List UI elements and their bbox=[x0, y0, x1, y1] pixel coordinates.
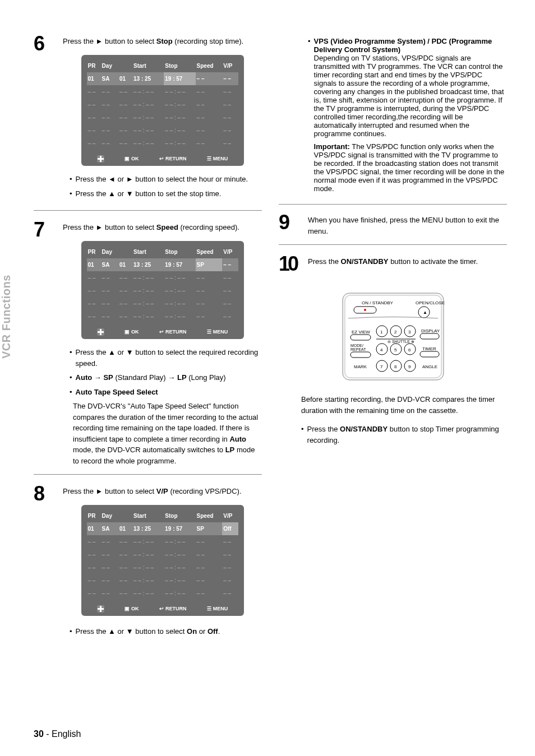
page-footer: 30 - English bbox=[34, 729, 81, 739]
footer-menu: ☰ MENU bbox=[207, 155, 228, 163]
cell: 01 bbox=[118, 72, 132, 85]
step-number: 6 bbox=[34, 34, 56, 202]
label-mark: MARK bbox=[354, 364, 367, 369]
osd-row: – –– –– –– – : – –– – : – –– –– – bbox=[87, 85, 238, 98]
vps-pdc-block: VPS (Video Programme System) / PDC (Prog… bbox=[279, 37, 507, 205]
osd-row-selected: 01SA0113 : 2519 : 57SP– – bbox=[87, 258, 238, 271]
text: Press the bbox=[63, 487, 96, 495]
label-mode: MODE/ bbox=[350, 344, 363, 347]
svg-point-3 bbox=[364, 309, 366, 311]
right-column: VPS (Video Programme System) / PDC (Prog… bbox=[279, 34, 507, 650]
bold-stop: Stop bbox=[156, 37, 173, 45]
osd-header bbox=[118, 59, 132, 72]
text: Press the ▲ or ▼ button to select On or … bbox=[76, 626, 220, 637]
text: button to activate the timer. bbox=[389, 257, 478, 266]
osd-row: – –– –– –– – : – –– – : – –– –– – bbox=[87, 137, 238, 150]
footer-ok: ▣ OK bbox=[124, 155, 139, 163]
svg-text:6: 6 bbox=[408, 347, 411, 353]
step-number: 7 bbox=[34, 220, 56, 466]
bullet-icon bbox=[70, 372, 72, 383]
cell-highlight: 19 : 57 bbox=[164, 72, 195, 85]
right-icon: ► bbox=[96, 37, 103, 45]
osd-panel-stop: PR Day Start Stop Speed V/P 01 SA bbox=[81, 55, 244, 166]
cell: – – bbox=[222, 72, 238, 85]
bullet-icon bbox=[70, 626, 72, 637]
text: When you have finished, press the MENU b… bbox=[308, 212, 507, 236]
step-7: 7 Press the ► button to select Speed (re… bbox=[34, 220, 262, 475]
cell: 01 bbox=[87, 72, 101, 85]
bullet-icon bbox=[70, 347, 72, 369]
step-6: 6 Press the ► button to select Stop (rec… bbox=[34, 34, 262, 211]
text: Auto → SP (Standard Play) → LP (Long Pla… bbox=[76, 372, 226, 383]
text: Press the ▲ or ▼ button to set the stop … bbox=[76, 188, 222, 200]
section-tab: VCR Functions bbox=[0, 275, 13, 359]
text: Press the ▲ or ▼ button to select the re… bbox=[76, 347, 262, 369]
step-8: 8 Press the ► button to select V/P (reco… bbox=[34, 484, 262, 641]
bullet-icon bbox=[308, 37, 311, 193]
joystick-icon bbox=[97, 605, 104, 613]
osd-header: Day bbox=[101, 59, 118, 72]
bold-speed: Speed bbox=[156, 223, 178, 231]
step-9: 9 When you have finished, press the MENU… bbox=[279, 212, 507, 245]
text: (recording VPS/PDC). bbox=[168, 487, 242, 495]
text: (recording speed). bbox=[178, 223, 239, 231]
osd-row: – –– –– –– – : – –– – : – –– –– – bbox=[87, 124, 238, 137]
bullet-icon bbox=[301, 424, 304, 446]
osd-header: PR bbox=[87, 59, 101, 72]
svg-text:▲: ▲ bbox=[423, 310, 427, 315]
svg-text:7: 7 bbox=[380, 364, 383, 369]
osd-header: Stop bbox=[164, 59, 195, 72]
vps-pdc-body: Depending on TV stations, VPS/PDC signal… bbox=[314, 54, 504, 138]
vps-pdc-heading: VPS (Video Programme System) / PDC (Prog… bbox=[314, 37, 492, 54]
osd-panel-speed: PRDayStartStopSpeedV/P 01SA0113 : 2519 :… bbox=[81, 241, 244, 340]
svg-text:8: 8 bbox=[394, 364, 397, 369]
text: button to select bbox=[103, 223, 156, 231]
osd-header: V/P bbox=[222, 59, 238, 72]
joystick-icon bbox=[97, 155, 104, 163]
step-number: 10 bbox=[279, 254, 301, 274]
svg-text:5: 5 bbox=[394, 347, 397, 353]
joystick-icon bbox=[97, 328, 104, 336]
label-angle: ANGLE bbox=[422, 364, 437, 369]
text: Press the ON/STANDBY button to stop Time… bbox=[307, 424, 507, 446]
cell: SA bbox=[101, 72, 118, 85]
text: Press the bbox=[63, 223, 96, 231]
label-ezview: EZ VIEW bbox=[352, 330, 370, 335]
bullet-icon bbox=[70, 174, 72, 185]
remote-illustration: ON / STANDBY OPEN/CLOSE ▲ 1 2 3 EZ VIEW … bbox=[331, 287, 455, 383]
osd-row-selected: 01SA0113 : 2519 : 57SPOff bbox=[87, 522, 238, 535]
text: (recording stop time). bbox=[173, 37, 243, 45]
label-openclose: OPEN/CLOSE bbox=[416, 300, 445, 305]
step-number: 9 bbox=[279, 212, 301, 236]
svg-text:3: 3 bbox=[408, 330, 411, 335]
label-timer: TIMER bbox=[422, 346, 436, 351]
svg-text:9: 9 bbox=[408, 364, 411, 369]
auto-tape-desc: The DVD-VCR's "Auto Tape Speed Select" f… bbox=[63, 401, 262, 466]
label-display: DISPLAY bbox=[421, 328, 440, 333]
osd-header: Speed bbox=[196, 59, 223, 72]
svg-text:4: 4 bbox=[380, 347, 383, 353]
right-icon: ► bbox=[96, 487, 103, 495]
text: Press the ◄ or ► button to select the ho… bbox=[76, 174, 248, 185]
osd-row: – –– –– –– – : – –– – : – –– –– – bbox=[87, 111, 238, 124]
label-standby: ON / STANDBY bbox=[362, 300, 394, 305]
text: Auto Tape Speed Select bbox=[76, 387, 158, 398]
text: Press the bbox=[308, 257, 341, 266]
step-10: 10 Press the ON/STANDBY button to activa… bbox=[279, 254, 507, 280]
right-icon: ► bbox=[96, 223, 103, 231]
osd-panel-vp: PRDayStartStopSpeedV/P 01SA0113 : 2519 :… bbox=[81, 505, 244, 616]
text: button to select bbox=[103, 37, 156, 45]
text: button to select bbox=[103, 487, 156, 495]
bold-vp: V/P bbox=[156, 487, 168, 495]
svg-text:REPEAT: REPEAT bbox=[350, 347, 366, 351]
osd-header: Start bbox=[132, 59, 164, 72]
cell: – – bbox=[196, 72, 223, 85]
bold-standby: ON/STANDBY bbox=[341, 257, 389, 266]
footer-return: ↩ RETURN bbox=[159, 155, 187, 163]
important-label: Important: bbox=[314, 142, 350, 151]
osd-row: – –– –– –– – : – –– – : – –– –– – bbox=[87, 98, 238, 111]
bullet-icon bbox=[70, 387, 72, 398]
bullet-icon bbox=[70, 188, 72, 200]
svg-text:1: 1 bbox=[380, 330, 383, 335]
text: Press the bbox=[63, 37, 96, 45]
